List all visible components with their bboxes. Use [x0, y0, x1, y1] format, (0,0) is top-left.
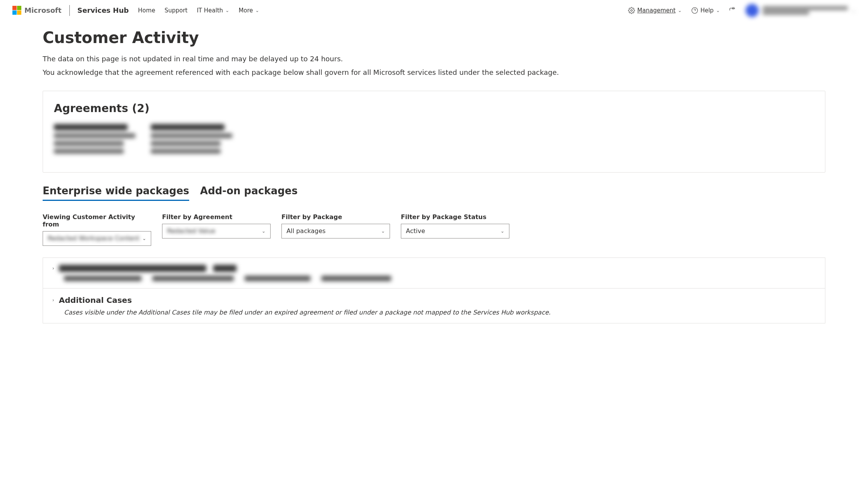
additional-cases-note: Cases visible under the Additional Cases… [64, 309, 816, 316]
primary-nav: Home Support IT Health ⌄ More ⌄ [138, 7, 259, 14]
dropdown-value-redacted: Redacted Value [167, 227, 215, 235]
help-icon [691, 7, 698, 14]
agreement-item-redacted[interactable] [151, 124, 232, 154]
nav-feedback[interactable] [729, 7, 736, 14]
filter-label-package: Filter by Package [281, 213, 390, 221]
chevron-down-icon: ⌄ [142, 236, 146, 241]
package-expander[interactable]: › Additional Cases [52, 295, 816, 305]
microsoft-name: Microsoft [24, 6, 62, 14]
intro-line-2: You acknowledge that the agreement refer… [43, 67, 825, 78]
agreement-item-redacted[interactable] [54, 124, 135, 154]
nav-support[interactable]: Support [164, 7, 187, 14]
chevron-down-icon: ⌄ [852, 8, 856, 13]
tab-addon-packages[interactable]: Add-on packages [200, 185, 298, 201]
package-title-redacted [59, 265, 236, 272]
dropdown-value: Active [406, 227, 425, 235]
package-list: › › Additional Cases Cases visible under… [43, 257, 825, 323]
dropdown-value-redacted: Redacted Workspace Content [48, 235, 140, 242]
chevron-down-icon: ⌄ [225, 8, 229, 13]
intro-line-1: The data on this page is not updated in … [43, 54, 825, 65]
package-row: › [43, 258, 825, 289]
svg-point-1 [692, 7, 697, 13]
microsoft-logo-icon [12, 6, 21, 15]
app-name[interactable]: Services Hub [78, 6, 129, 14]
app-header: Microsoft Services Hub Home Support IT H… [0, 0, 868, 21]
account-menu[interactable]: ⌄ [745, 4, 856, 17]
filter-label-agreement: Filter by Agreement [162, 213, 271, 221]
chevron-down-icon: ⌄ [381, 228, 385, 234]
dropdown-viewing-from[interactable]: Redacted Workspace Content ⌄ [43, 231, 151, 246]
page-body: Customer Activity The data on this page … [0, 21, 868, 347]
brand-divider [69, 5, 70, 16]
agreements-card: Agreements (2) [43, 91, 825, 173]
brand-group: Microsoft Services Hub [12, 5, 129, 16]
nav-management[interactable]: Management ⌄ [628, 7, 682, 14]
package-meta-redacted [64, 276, 816, 281]
svg-point-0 [631, 9, 633, 11]
chevron-right-icon: › [52, 266, 54, 271]
microsoft-logo[interactable]: Microsoft [12, 6, 62, 15]
dropdown-agreement[interactable]: Redacted Value ⌄ [162, 224, 271, 238]
page-title: Customer Activity [43, 29, 825, 47]
filter-label-status: Filter by Package Status [401, 213, 509, 221]
nav-help[interactable]: Help ⌄ [691, 7, 720, 14]
chevron-down-icon: ⌄ [255, 8, 259, 13]
package-expander[interactable]: › [52, 265, 816, 272]
filter-bar: Viewing Customer Activity from Redacted … [43, 213, 825, 246]
feedback-icon [729, 7, 736, 14]
chevron-down-icon: ⌄ [678, 8, 682, 13]
dropdown-status[interactable]: Active ⌄ [401, 224, 509, 238]
gear-icon [628, 7, 635, 14]
tab-enterprise-packages[interactable]: Enterprise wide packages [43, 185, 189, 201]
package-row-additional-cases: › Additional Cases Cases visible under t… [43, 289, 825, 323]
chevron-right-icon: › [52, 297, 54, 303]
chevron-down-icon: ⌄ [500, 228, 504, 234]
additional-cases-title: Additional Cases [59, 295, 132, 305]
agreements-title: Agreements (2) [54, 102, 814, 115]
avatar [745, 4, 759, 17]
nav-it-health[interactable]: IT Health ⌄ [197, 7, 230, 14]
dropdown-package[interactable]: All packages ⌄ [281, 224, 390, 238]
account-info-redacted [763, 6, 848, 15]
filter-label-viewing-from: Viewing Customer Activity from [43, 213, 151, 228]
chevron-down-icon: ⌄ [716, 8, 720, 13]
secondary-nav: Management ⌄ Help ⌄ [628, 7, 736, 14]
dropdown-value: All packages [286, 227, 326, 235]
nav-home[interactable]: Home [138, 7, 155, 14]
package-tabs: Enterprise wide packages Add-on packages [43, 185, 825, 201]
nav-more[interactable]: More ⌄ [238, 7, 259, 14]
chevron-down-icon: ⌄ [262, 228, 266, 234]
